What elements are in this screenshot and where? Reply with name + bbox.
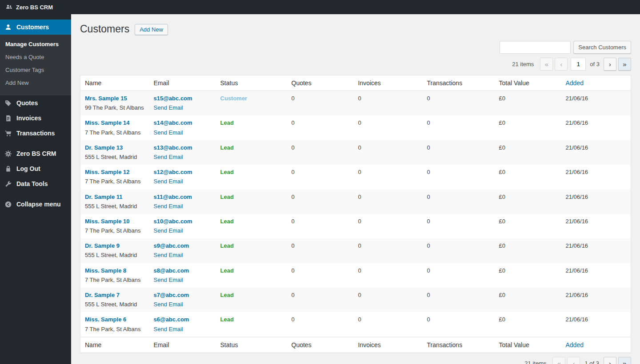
items-count: 21 items	[512, 61, 534, 67]
send-email-link[interactable]: Send Email	[154, 325, 183, 333]
customer-email-link[interactable]: s7@abc.com	[154, 292, 189, 298]
customer-email-link[interactable]: s14@abc.com	[154, 119, 192, 126]
add-new-button[interactable]: Add New	[135, 24, 168, 35]
transactions-count: 0	[423, 165, 495, 189]
prev-page-button[interactable]: ‹	[567, 357, 580, 364]
total-value: £0	[495, 165, 561, 189]
customer-name-link[interactable]: Miss. Sample 12	[85, 169, 129, 175]
customer-row: Miss. Sample 14 7 The Park, St Albans s1…	[80, 115, 631, 140]
submenu-item-needs-a-quote[interactable]: Needs a Quote	[0, 51, 71, 63]
admin-bar: Zero BS CRM	[0, 0, 640, 14]
customer-name-link[interactable]: Miss. Sample 8	[85, 267, 126, 274]
customer-address: 7 The Park, St Albans	[85, 227, 145, 235]
footer-header-name: Name	[80, 337, 149, 352]
customer-email-link[interactable]: s13@abc.com	[154, 144, 192, 151]
customer-row: Dr. Sample 13 555 L Street, Madrid s13@a…	[80, 140, 631, 165]
quotes-count: 0	[287, 190, 354, 214]
status-badge: Lead	[220, 242, 234, 249]
last-page-button[interactable]: »	[618, 58, 631, 71]
column-header-added[interactable]: Added	[561, 75, 631, 91]
sidebar-item-customers[interactable]: Customers	[0, 20, 71, 35]
customer-row: Miss. Sample 12 7 The Park, St Albans s1…	[80, 165, 631, 189]
total-value: £0	[495, 263, 561, 288]
next-page-button[interactable]: ›	[604, 357, 616, 364]
send-email-link[interactable]: Send Email	[154, 276, 183, 284]
customer-email-link[interactable]: s11@abc.com	[154, 194, 192, 200]
added-date: 21/06/16	[561, 140, 631, 165]
customer-address: 7 The Park, St Albans	[85, 325, 145, 333]
send-email-link[interactable]: Send Email	[154, 227, 183, 235]
status-badge: Lead	[220, 292, 234, 298]
search-customers-button[interactable]: Search Customers	[573, 41, 631, 54]
customer-name-link[interactable]: Miss. Sample 14	[85, 119, 129, 126]
invoices-count: 0	[354, 312, 423, 337]
customer-address: 7 The Park, St Albans	[85, 178, 145, 186]
transactions-count: 0	[423, 91, 495, 116]
transactions-count: 0	[423, 263, 495, 288]
sidebar-item-quotes[interactable]: Quotes	[0, 95, 71, 111]
customers-table: Name Email Status Quotes Invoices Transa…	[80, 75, 631, 353]
send-email-link[interactable]: Send Email	[154, 251, 183, 259]
sidebar-item-data-tools[interactable]: Data Tools	[0, 176, 71, 191]
customer-name-link[interactable]: Dr. Sample 13	[85, 144, 123, 151]
send-email-link[interactable]: Send Email	[154, 301, 183, 309]
quotes-count: 0	[287, 263, 354, 288]
admin-bar-brand[interactable]: Zero BS CRM	[0, 0, 58, 14]
sidebar-item-zero-bs-crm[interactable]: Zero BS CRM	[0, 146, 71, 161]
send-email-link[interactable]: Send Email	[154, 104, 183, 112]
customer-name-link[interactable]: Dr. Sample 11	[85, 194, 123, 200]
customer-name-link[interactable]: Mrs. Sample 15	[85, 95, 127, 102]
page-title: Customers	[80, 23, 129, 36]
send-email-link[interactable]: Send Email	[154, 129, 183, 137]
customer-email-link[interactable]: s8@abc.com	[154, 267, 189, 274]
sidebar-item-collapse-menu[interactable]: Collapse menu	[0, 197, 71, 212]
invoices-count: 0	[354, 288, 423, 312]
send-email-link[interactable]: Send Email	[154, 153, 183, 161]
added-date: 21/06/16	[561, 312, 631, 337]
added-date: 21/06/16	[561, 238, 631, 263]
total-value: £0	[495, 115, 561, 140]
last-page-button[interactable]: »	[618, 357, 631, 364]
submenu-item-manage-customers[interactable]: Manage Customers	[0, 38, 71, 51]
current-page-input[interactable]	[571, 58, 586, 71]
footer-header-status: Status	[216, 337, 287, 352]
customer-address: 555 L Street, Madrid	[85, 251, 145, 259]
sidebar-item-label: Zero BS CRM	[16, 150, 56, 157]
customer-name-link[interactable]: Miss. Sample 10	[85, 218, 129, 225]
customer-email-link[interactable]: s9@abc.com	[154, 242, 189, 249]
top-pagination: 21 items « ‹ of 3 › »	[80, 58, 631, 71]
footer-header-added[interactable]: Added	[561, 337, 631, 352]
customer-name-link[interactable]: Dr. Sample 7	[85, 292, 120, 298]
sidebar-item-log-out[interactable]: Log Out	[0, 161, 71, 176]
wrench-icon	[4, 179, 12, 188]
sidebar-item-label: Customers	[16, 24, 49, 31]
customer-email-link[interactable]: s6@abc.com	[154, 316, 189, 323]
customer-name-link[interactable]: Miss. Sample 6	[85, 316, 126, 323]
column-header-quotes: Quotes	[287, 75, 354, 91]
total-pages-label: of 3	[590, 61, 600, 67]
first-page-button[interactable]: «	[552, 357, 565, 364]
invoices-count: 0	[354, 263, 423, 288]
prev-page-button[interactable]: ‹	[555, 58, 568, 71]
customer-email-link[interactable]: s10@abc.com	[154, 218, 192, 225]
invoices-count: 0	[354, 190, 423, 214]
customer-email-link[interactable]: s12@abc.com	[154, 169, 192, 175]
next-page-button[interactable]: ›	[604, 58, 616, 71]
search-input[interactable]	[500, 41, 571, 54]
total-value: £0	[495, 238, 561, 263]
send-email-link[interactable]: Send Email	[154, 202, 183, 210]
first-page-button[interactable]: «	[540, 58, 553, 71]
sidebar-item-label: Data Tools	[16, 180, 48, 187]
transactions-count: 0	[423, 288, 495, 312]
sidebar-item-transactions[interactable]: Transactions	[0, 126, 71, 141]
customer-name-link[interactable]: Dr. Sample 9	[85, 242, 120, 249]
status-badge: Lead	[220, 194, 234, 200]
sidebar-item-invoices[interactable]: Invoices	[0, 111, 71, 126]
column-header-status: Status	[216, 75, 287, 91]
customer-email-link[interactable]: s15@abc.com	[154, 95, 192, 102]
quotes-count: 0	[287, 115, 354, 140]
submenu-item-add-new[interactable]: Add New	[0, 76, 71, 89]
submenu-item-customer-tags[interactable]: Customer Tags	[0, 63, 71, 76]
total-value: £0	[495, 190, 561, 214]
send-email-link[interactable]: Send Email	[154, 178, 183, 186]
